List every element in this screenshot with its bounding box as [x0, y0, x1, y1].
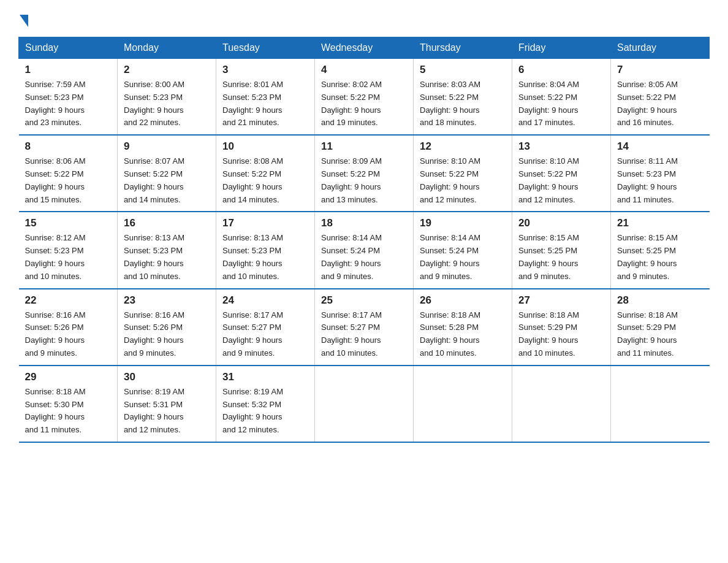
day-cell	[315, 366, 414, 442]
weekday-header-sunday: Sunday	[19, 37, 118, 59]
day-cell: 15 Sunrise: 8:12 AMSunset: 5:23 PMDaylig…	[19, 212, 118, 288]
day-cell: 10 Sunrise: 8:08 AMSunset: 5:22 PMDaylig…	[216, 135, 315, 212]
day-cell: 23 Sunrise: 8:16 AMSunset: 5:26 PMDaylig…	[118, 289, 216, 366]
day-info: Sunrise: 8:00 AMSunset: 5:23 PMDaylight:…	[124, 79, 210, 129]
day-number: 2	[124, 64, 210, 76]
day-cell: 8 Sunrise: 8:06 AMSunset: 5:22 PMDayligh…	[19, 135, 118, 212]
day-cell: 24 Sunrise: 8:17 AMSunset: 5:27 PMDaylig…	[216, 289, 315, 366]
day-number: 30	[124, 371, 210, 383]
day-number: 18	[321, 217, 407, 229]
weekday-header-tuesday: Tuesday	[216, 37, 315, 59]
day-info: Sunrise: 8:15 AMSunset: 5:25 PMDaylight:…	[617, 232, 703, 283]
day-cell: 27 Sunrise: 8:18 AMSunset: 5:29 PMDaylig…	[512, 289, 611, 366]
day-info: Sunrise: 8:08 AMSunset: 5:22 PMDaylight:…	[222, 155, 308, 206]
day-cell: 22 Sunrise: 8:16 AMSunset: 5:26 PMDaylig…	[19, 289, 118, 366]
day-cell: 11 Sunrise: 8:09 AMSunset: 5:22 PMDaylig…	[315, 135, 414, 212]
day-cell: 4 Sunrise: 8:02 AMSunset: 5:22 PMDayligh…	[315, 59, 414, 136]
day-number: 5	[420, 64, 506, 76]
day-info: Sunrise: 8:07 AMSunset: 5:22 PMDaylight:…	[124, 155, 210, 206]
page-header	[18, 12, 710, 25]
logo	[18, 12, 28, 25]
day-number: 22	[25, 294, 112, 307]
week-row-1: 1 Sunrise: 7:59 AMSunset: 5:23 PMDayligh…	[19, 59, 710, 136]
day-cell: 18 Sunrise: 8:14 AMSunset: 5:24 PMDaylig…	[315, 212, 414, 288]
weekday-header-saturday: Saturday	[611, 37, 710, 59]
day-info: Sunrise: 8:03 AMSunset: 5:22 PMDaylight:…	[420, 79, 506, 129]
day-cell: 30 Sunrise: 8:19 AMSunset: 5:31 PMDaylig…	[118, 366, 216, 442]
week-row-2: 8 Sunrise: 8:06 AMSunset: 5:22 PMDayligh…	[19, 135, 710, 212]
day-info: Sunrise: 8:13 AMSunset: 5:23 PMDaylight:…	[222, 232, 308, 283]
day-cell: 19 Sunrise: 8:14 AMSunset: 5:24 PMDaylig…	[414, 212, 512, 288]
day-number: 20	[518, 217, 604, 229]
day-number: 11	[321, 140, 407, 153]
day-number: 6	[518, 64, 604, 76]
day-number: 26	[420, 294, 506, 307]
day-cell: 21 Sunrise: 8:15 AMSunset: 5:25 PMDaylig…	[611, 212, 710, 288]
day-number: 28	[617, 294, 703, 307]
day-info: Sunrise: 8:18 AMSunset: 5:30 PMDaylight:…	[25, 386, 112, 437]
day-number: 3	[222, 64, 308, 76]
day-info: Sunrise: 8:14 AMSunset: 5:24 PMDaylight:…	[321, 232, 407, 283]
day-number: 25	[321, 294, 407, 307]
day-info: Sunrise: 8:10 AMSunset: 5:22 PMDaylight:…	[420, 155, 506, 206]
day-info: Sunrise: 8:14 AMSunset: 5:24 PMDaylight:…	[420, 232, 506, 283]
day-number: 4	[321, 64, 407, 76]
day-number: 29	[25, 371, 112, 383]
day-number: 21	[617, 217, 703, 229]
day-info: Sunrise: 8:19 AMSunset: 5:32 PMDaylight:…	[222, 386, 308, 437]
weekday-header-friday: Friday	[512, 37, 611, 59]
day-cell: 2 Sunrise: 8:00 AMSunset: 5:23 PMDayligh…	[118, 59, 216, 136]
day-cell: 28 Sunrise: 8:18 AMSunset: 5:29 PMDaylig…	[611, 289, 710, 366]
logo-triangle-icon	[20, 15, 28, 27]
day-number: 9	[124, 140, 210, 153]
day-cell: 31 Sunrise: 8:19 AMSunset: 5:32 PMDaylig…	[216, 366, 315, 442]
week-row-4: 22 Sunrise: 8:16 AMSunset: 5:26 PMDaylig…	[19, 289, 710, 366]
day-number: 19	[420, 217, 506, 229]
day-info: Sunrise: 8:19 AMSunset: 5:31 PMDaylight:…	[124, 386, 210, 437]
day-info: Sunrise: 8:09 AMSunset: 5:22 PMDaylight:…	[321, 155, 407, 206]
day-cell	[611, 366, 710, 442]
week-row-3: 15 Sunrise: 8:12 AMSunset: 5:23 PMDaylig…	[19, 212, 710, 288]
day-number: 15	[25, 217, 112, 229]
day-info: Sunrise: 8:02 AMSunset: 5:22 PMDaylight:…	[321, 79, 407, 129]
day-number: 7	[617, 64, 703, 76]
weekday-header-thursday: Thursday	[414, 37, 512, 59]
day-info: Sunrise: 8:01 AMSunset: 5:23 PMDaylight:…	[222, 79, 308, 129]
day-info: Sunrise: 8:15 AMSunset: 5:25 PMDaylight:…	[518, 232, 604, 283]
day-info: Sunrise: 8:16 AMSunset: 5:26 PMDaylight:…	[124, 309, 210, 360]
day-cell: 25 Sunrise: 8:17 AMSunset: 5:27 PMDaylig…	[315, 289, 414, 366]
day-info: Sunrise: 8:18 AMSunset: 5:29 PMDaylight:…	[617, 309, 703, 360]
day-number: 10	[222, 140, 308, 153]
day-info: Sunrise: 8:13 AMSunset: 5:23 PMDaylight:…	[124, 232, 210, 283]
day-number: 23	[124, 294, 210, 307]
day-number: 31	[222, 371, 308, 383]
day-info: Sunrise: 8:17 AMSunset: 5:27 PMDaylight:…	[222, 309, 308, 360]
day-number: 13	[518, 140, 604, 153]
day-number: 1	[25, 64, 112, 76]
day-cell: 3 Sunrise: 8:01 AMSunset: 5:23 PMDayligh…	[216, 59, 315, 136]
day-cell: 29 Sunrise: 8:18 AMSunset: 5:30 PMDaylig…	[19, 366, 118, 442]
weekday-header-wednesday: Wednesday	[315, 37, 414, 59]
day-cell: 9 Sunrise: 8:07 AMSunset: 5:22 PMDayligh…	[118, 135, 216, 212]
day-info: Sunrise: 8:16 AMSunset: 5:26 PMDaylight:…	[25, 309, 112, 360]
day-cell: 17 Sunrise: 8:13 AMSunset: 5:23 PMDaylig…	[216, 212, 315, 288]
day-info: Sunrise: 8:04 AMSunset: 5:22 PMDaylight:…	[518, 79, 604, 129]
day-number: 27	[518, 294, 604, 307]
weekday-header-monday: Monday	[118, 37, 216, 59]
day-number: 17	[222, 217, 308, 229]
day-number: 12	[420, 140, 506, 153]
day-info: Sunrise: 8:05 AMSunset: 5:22 PMDaylight:…	[617, 79, 703, 129]
day-number: 8	[25, 140, 112, 153]
day-info: Sunrise: 8:06 AMSunset: 5:22 PMDaylight:…	[25, 155, 112, 206]
day-info: Sunrise: 8:12 AMSunset: 5:23 PMDaylight:…	[25, 232, 112, 283]
day-cell: 12 Sunrise: 8:10 AMSunset: 5:22 PMDaylig…	[414, 135, 512, 212]
day-info: Sunrise: 8:17 AMSunset: 5:27 PMDaylight:…	[321, 309, 407, 360]
day-number: 16	[124, 217, 210, 229]
day-info: Sunrise: 8:18 AMSunset: 5:28 PMDaylight:…	[420, 309, 506, 360]
day-info: Sunrise: 7:59 AMSunset: 5:23 PMDaylight:…	[25, 79, 112, 129]
calendar-table: SundayMondayTuesdayWednesdayThursdayFrid…	[18, 37, 710, 443]
day-cell: 20 Sunrise: 8:15 AMSunset: 5:25 PMDaylig…	[512, 212, 611, 288]
day-info: Sunrise: 8:10 AMSunset: 5:22 PMDaylight:…	[518, 155, 604, 206]
day-cell	[512, 366, 611, 442]
day-cell: 1 Sunrise: 7:59 AMSunset: 5:23 PMDayligh…	[19, 59, 118, 136]
